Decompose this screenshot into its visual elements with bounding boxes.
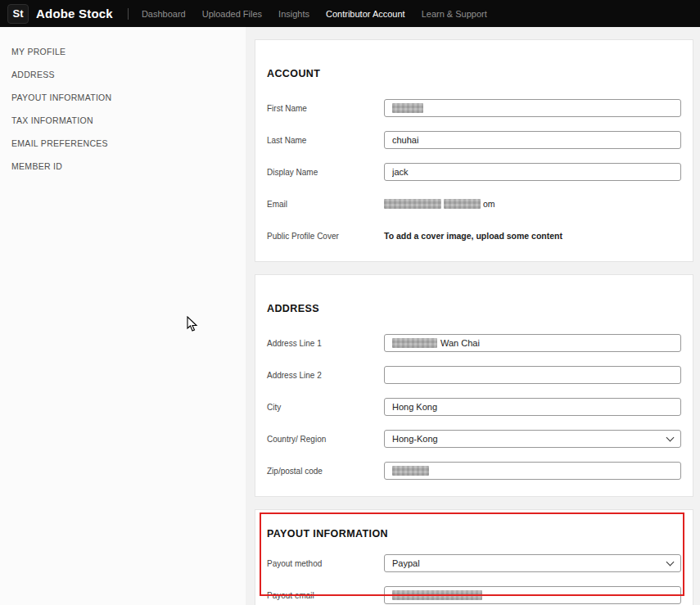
payout-method-select[interactable]: Paypal: [384, 554, 681, 572]
cover-note: To add a cover image, upload some conten…: [384, 231, 681, 241]
sidebar-item-email-preferences[interactable]: EMAIL PREFERENCES: [0, 132, 246, 155]
nav-dashboard[interactable]: Dashboard: [142, 9, 186, 19]
main-content: ACCOUNT First Name Last Name Display Nam…: [246, 27, 700, 605]
payout-method-selected-value: Paypal: [392, 558, 420, 568]
address-line-1-input[interactable]: Wan Chai: [384, 334, 681, 352]
redacted-value: [392, 590, 482, 600]
account-section-title: ACCOUNT: [267, 68, 681, 79]
sidebar-item-payout-information[interactable]: PAYOUT INFORMATION: [0, 86, 246, 109]
redacted-value: [444, 199, 481, 209]
address-line-2-input[interactable]: [384, 366, 681, 384]
primary-nav: Dashboard Uploaded Files Insights Contri…: [142, 9, 504, 19]
field-row-email: Email om: [267, 195, 681, 213]
country-region-select[interactable]: Hong-Kong: [384, 430, 681, 448]
email-label: Email: [267, 200, 384, 209]
address-section-title: ADDRESS: [267, 303, 681, 314]
address-visible-suffix: Wan Chai: [440, 338, 480, 348]
country-region-label: Country/ Region: [267, 435, 384, 444]
payout-email-label: Payout email: [267, 591, 384, 600]
mouse-cursor: [187, 316, 198, 332]
redacted-value: [392, 103, 423, 113]
public-profile-cover-label: Public Profile Cover: [267, 232, 384, 241]
zip-label: Zip/postal code: [267, 467, 384, 476]
country-region-selected-value: Hong-Kong: [392, 434, 438, 444]
chevron-down-icon: [666, 433, 675, 441]
display-name-label: Display Name: [267, 168, 384, 177]
display-name-input[interactable]: [384, 163, 681, 181]
payout-section-title: PAYOUT INFORMATION: [267, 528, 681, 540]
first-name-input[interactable]: [384, 99, 681, 117]
address-card: ADDRESS Address Line 1 Wan Chai Address …: [255, 274, 693, 497]
nav-divider: [128, 8, 129, 20]
field-row-city: City: [267, 398, 681, 416]
field-row-address-line-1: Address Line 1 Wan Chai: [267, 334, 681, 352]
nav-contributor-account[interactable]: Contributor Account: [326, 9, 405, 19]
payout-card: PAYOUT INFORMATION Payout method Paypal …: [255, 509, 693, 605]
field-row-first-name: First Name: [267, 99, 681, 117]
city-input[interactable]: [384, 398, 681, 416]
email-value: om: [384, 199, 681, 209]
top-navbar: St Adobe Stock Dashboard Uploaded Files …: [0, 0, 700, 27]
redacted-value: [392, 466, 429, 476]
sidebar-item-address[interactable]: ADDRESS: [0, 63, 246, 86]
last-name-label: Last Name: [267, 136, 384, 145]
redacted-value: [384, 199, 441, 209]
sidebar-item-tax-information[interactable]: TAX INFORMATION: [0, 109, 246, 132]
field-row-last-name: Last Name: [267, 131, 681, 149]
email-visible-suffix: om: [483, 199, 495, 209]
account-card: ACCOUNT First Name Last Name Display Nam…: [255, 39, 693, 262]
redacted-value: [392, 338, 437, 348]
settings-sidebar: MY PROFILE ADDRESS PAYOUT INFORMATION TA…: [0, 27, 246, 605]
field-row-payout-email: Payout email: [267, 586, 681, 604]
sidebar-item-member-id[interactable]: MEMBER ID: [0, 155, 246, 178]
nav-uploaded-files[interactable]: Uploaded Files: [202, 9, 262, 19]
field-row-public-profile-cover: Public Profile Cover To add a cover imag…: [267, 227, 681, 245]
first-name-label: First Name: [267, 104, 384, 113]
brand-title: Adobe Stock: [36, 7, 113, 20]
field-row-payout-method: Payout method Paypal: [267, 554, 681, 572]
page-body: MY PROFILE ADDRESS PAYOUT INFORMATION TA…: [0, 27, 700, 605]
nav-learn-support[interactable]: Learn & Support: [422, 9, 487, 19]
last-name-input[interactable]: [384, 131, 681, 149]
address-line-2-label: Address Line 2: [267, 371, 384, 380]
payout-method-label: Payout method: [267, 559, 384, 568]
payout-email-input[interactable]: [384, 586, 681, 604]
field-row-zip: Zip/postal code: [267, 462, 681, 480]
address-line-1-label: Address Line 1: [267, 339, 384, 348]
chevron-down-icon: [666, 558, 675, 566]
nav-insights[interactable]: Insights: [278, 9, 309, 19]
adobe-stock-logo: St: [7, 4, 29, 24]
zip-input[interactable]: [384, 462, 681, 480]
field-row-country-region: Country/ Region Hong-Kong: [267, 430, 681, 448]
field-row-display-name: Display Name: [267, 163, 681, 181]
city-label: City: [267, 403, 384, 412]
field-row-address-line-2: Address Line 2: [267, 366, 681, 384]
sidebar-item-my-profile[interactable]: MY PROFILE: [0, 40, 246, 63]
